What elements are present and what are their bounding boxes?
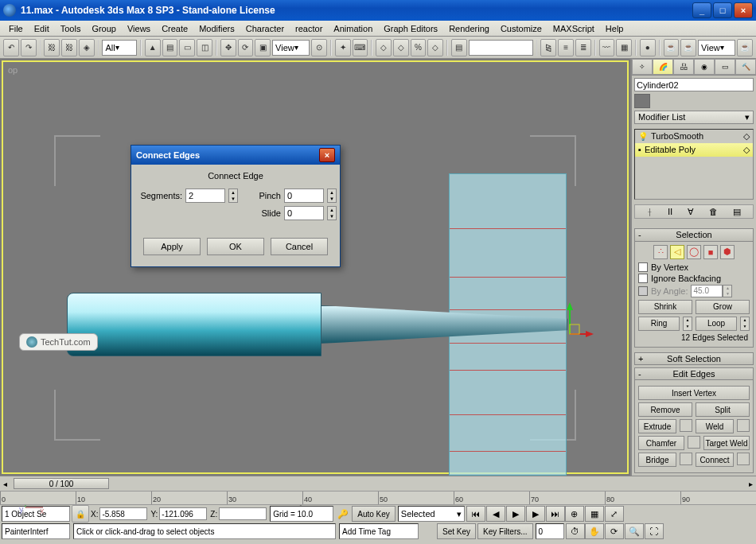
lock-selection-button[interactable]: 🔒 [72, 505, 89, 523]
viewport[interactable]: op [0, 59, 630, 476]
nav-icon-3[interactable]: ⤢ [605, 506, 624, 522]
connect-settings-button[interactable] [737, 453, 750, 465]
key-filters-button[interactable]: Key Filters... [477, 523, 533, 539]
menu-tools[interactable]: Tools [55, 22, 87, 35]
show-end-result-button[interactable]: ⅠⅠ [668, 207, 672, 217]
insert-vertex-button[interactable]: Insert Vertex [638, 386, 750, 400]
goto-end-button[interactable]: ⏭ [546, 506, 565, 522]
window-crossing-button[interactable]: ◫ [197, 39, 212, 56]
time-config-button[interactable]: ⏱ [566, 523, 585, 539]
menu-create[interactable]: Create [156, 22, 193, 35]
subobj-element[interactable]: ⬢ [720, 245, 735, 259]
remove-button[interactable]: Remove [638, 402, 692, 417]
named-sel-dropdown[interactable] [469, 40, 533, 56]
segments-spinner[interactable]: ▲▼ [228, 188, 238, 203]
extrude-button[interactable]: Extrude [638, 419, 676, 433]
menu-reactor[interactable]: reactor [290, 22, 328, 35]
dialog-close-button[interactable]: × [319, 148, 335, 162]
tab-hierarchy[interactable]: 品 [673, 59, 694, 75]
bridge-settings-button[interactable] [680, 453, 692, 465]
curve-editor-button[interactable]: 〰 [599, 39, 615, 56]
pinch-input[interactable] [284, 188, 324, 203]
link-button[interactable]: ⛓ [44, 39, 60, 56]
maximize-button[interactable]: □ [713, 2, 732, 18]
keyboard-button[interactable]: ⌨ [353, 39, 368, 56]
ignore-backfacing-checkbox[interactable] [638, 274, 648, 283]
shrink-button[interactable]: Shrink [638, 300, 692, 314]
weld-settings-button[interactable] [737, 419, 750, 432]
pinch-spinner[interactable]: ▲▼ [327, 188, 337, 203]
menu-views[interactable]: Views [122, 22, 156, 35]
ring-button[interactable]: Ring [638, 317, 680, 331]
tab-display[interactable]: ▭ [715, 59, 735, 75]
tab-motion[interactable]: ◉ [694, 59, 715, 75]
spinner-snap-toggle[interactable]: ◇ [427, 39, 443, 56]
bridge-button[interactable]: Bridge [638, 453, 676, 467]
coord-y-input[interactable] [159, 507, 207, 520]
nav-icon-1[interactable]: ⊕ [565, 506, 584, 522]
cylinder-mesh[interactable] [67, 293, 564, 356]
dialog-titlebar[interactable]: Connect Edges × [131, 146, 340, 165]
ref-coord-dropdown[interactable]: View ▾ [272, 40, 310, 56]
manipulate-button[interactable]: ✦ [335, 39, 351, 56]
snap-toggle[interactable]: ◇ [376, 39, 392, 56]
tab-utilities[interactable]: 🔨 [735, 59, 756, 75]
ring-spinner[interactable]: ▲▼ [683, 317, 692, 331]
lightbulb-icon[interactable]: 💡 [638, 132, 648, 141]
chamfer-button[interactable]: Chamfer [638, 436, 684, 450]
subobj-vertex[interactable]: ∴ [653, 245, 668, 259]
add-time-tag[interactable]: Add Time Tag [339, 523, 419, 539]
modifier-editable-poly[interactable]: ▪ Editable Poly ◇ [635, 143, 753, 157]
prev-frame-button[interactable]: ◀ [486, 506, 505, 522]
nav-orbit-button[interactable]: ⟳ [605, 523, 624, 539]
menu-character[interactable]: Character [240, 22, 290, 35]
modifier-stack[interactable]: 💡 TurboSmooth ◇ ▪ Editable Poly ◇ [634, 129, 754, 200]
by-vertex-checkbox[interactable] [638, 262, 648, 272]
weld-button[interactable]: Weld [696, 419, 734, 433]
scale-button[interactable]: ▣ [255, 39, 271, 56]
rotate-button[interactable]: ⟳ [238, 39, 254, 56]
time-ruler[interactable]: 0102030405060708090100 [0, 491, 756, 505]
set-key-button[interactable]: Set Key [437, 523, 476, 539]
split-button[interactable]: Split [696, 402, 750, 417]
key-mode-dropdown[interactable]: Selected▾ [398, 506, 465, 522]
align-button[interactable]: ≡ [558, 39, 574, 56]
play-button[interactable]: ▶ [506, 506, 525, 522]
tab-modify[interactable]: 🌈 [653, 59, 673, 75]
next-frame-button[interactable]: ▶ [526, 506, 545, 522]
quick-render-button[interactable]: ☕ [680, 39, 696, 56]
modifier-list-dropdown[interactable]: Modifier List▾ [634, 111, 754, 124]
undo-button[interactable]: ↶ [3, 39, 19, 56]
modifier-turbosmooth[interactable]: 💡 TurboSmooth ◇ [635, 130, 753, 143]
subobj-edge[interactable]: ◁ [670, 245, 684, 259]
cancel-button[interactable]: Cancel [271, 238, 328, 255]
select-region-button[interactable]: ▭ [179, 39, 195, 56]
segments-input[interactable] [185, 188, 225, 203]
slide-input[interactable] [284, 206, 324, 220]
sel-filter-dropdown[interactable]: All ▾ [102, 40, 137, 56]
tab-create[interactable]: ✧ [632, 59, 653, 75]
auto-key-button[interactable]: Auto Key [352, 506, 396, 522]
loop-button[interactable]: Loop [696, 317, 737, 331]
time-slider[interactable]: ◂ 0 / 100 ▸ [0, 476, 756, 491]
material-editor-button[interactable]: ● [640, 39, 656, 56]
menu-edit[interactable]: Edit [29, 22, 55, 35]
coord-x-input[interactable] [99, 507, 147, 520]
nav-pan-button[interactable]: ✋ [585, 523, 604, 539]
view-render-dropdown[interactable]: View ▾ [698, 40, 735, 56]
subobj-border[interactable]: ◯ [687, 245, 701, 259]
menu-group[interactable]: Group [86, 22, 122, 35]
object-name-field[interactable]: Cylinder02 [634, 78, 754, 91]
menu-graph-editors[interactable]: Graph Editors [378, 22, 443, 35]
redo-button[interactable]: ↷ [21, 39, 37, 56]
named-sel-button[interactable]: ▤ [451, 39, 467, 56]
subobj-polygon[interactable]: ■ [703, 245, 718, 259]
transform-gizmo[interactable] [562, 302, 594, 350]
configure-button[interactable]: ▤ [733, 207, 741, 217]
make-unique-button[interactable]: ∀ [688, 207, 694, 217]
key-icon[interactable]: 🔑 [335, 509, 351, 519]
soft-selection-rollout-header[interactable]: +Soft Selection [634, 352, 754, 365]
ok-button[interactable]: OK [207, 238, 264, 255]
select-name-button[interactable]: ▤ [162, 39, 178, 56]
nav-zoom-button[interactable]: 🔍 [625, 523, 644, 539]
